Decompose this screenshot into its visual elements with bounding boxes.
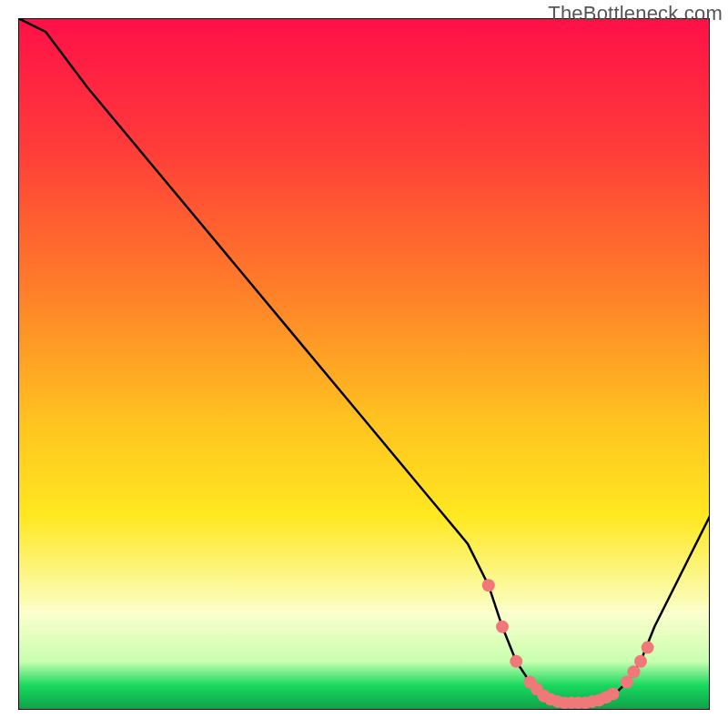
highlight-dot [621, 676, 633, 689]
band-stripe [18, 628, 710, 630]
chart-stage: TheBottleneck.com [0, 0, 728, 728]
bottleneck-chart [18, 18, 710, 710]
highlight-dot [642, 642, 654, 654]
highlight-dot [482, 579, 495, 592]
highlight-dot [634, 655, 647, 668]
band-stripe [18, 606, 710, 608]
watermark-text: TheBottleneck.com [548, 2, 723, 25]
highlight-dot [496, 621, 509, 633]
band-stripe [18, 612, 710, 613]
band-stripe [18, 617, 710, 619]
band-stripe [18, 622, 710, 624]
highlight-dot [607, 688, 620, 701]
band-stripe [18, 633, 710, 635]
plot-area [18, 18, 710, 710]
highlight-dot [627, 665, 640, 678]
highlight-dot [510, 655, 522, 668]
